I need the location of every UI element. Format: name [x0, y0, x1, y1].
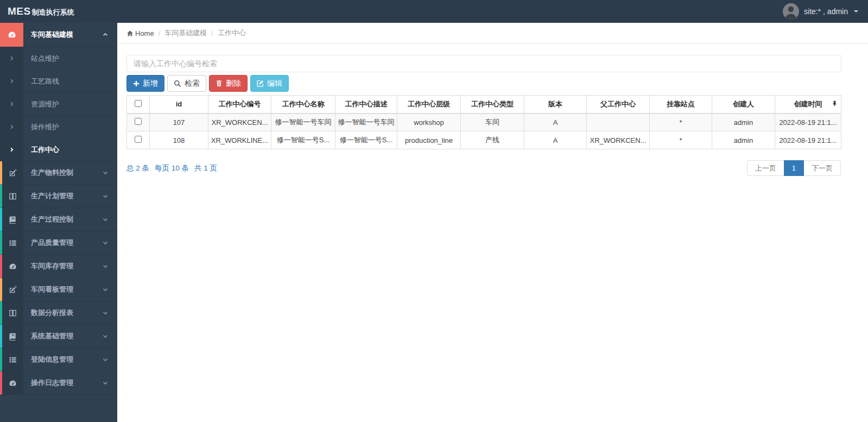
search-button[interactable]: 检索	[167, 75, 206, 92]
breadcrumb-home[interactable]: Home	[126, 29, 154, 37]
chevron-right-icon	[0, 116, 23, 138]
sidebar-item-data-analysis-reports[interactable]: 数据分析报表	[0, 301, 117, 325]
sidebar-item-production-material-control[interactable]: 生产物料控制	[0, 161, 117, 185]
breadcrumb-current: 工作中心	[218, 28, 246, 38]
pagination: 上一页 1 下一页	[747, 160, 841, 176]
sidebar-item-workshop-kanban-management[interactable]: 车间看板管理	[0, 278, 117, 301]
sidebar-item-operation-maintenance[interactable]: 操作维护	[0, 116, 117, 138]
col-creator: 创建人	[712, 96, 775, 114]
breadcrumb-home-label[interactable]: Home	[135, 29, 154, 37]
prev-page-button[interactable]: 上一页	[747, 160, 784, 176]
plus-icon	[133, 80, 140, 87]
sidebar-item-label: 工艺路线	[23, 70, 117, 92]
sidebar-item-resource-maintenance[interactable]: 资源维护	[0, 93, 117, 116]
chevron-right-icon	[0, 47, 23, 70]
list-icon	[2, 348, 23, 371]
edit-icon	[2, 278, 23, 301]
col-work-center-name: 工作中心名称	[271, 96, 335, 114]
chevron-down-icon	[102, 185, 117, 207]
cell-level: workshop	[397, 114, 461, 131]
row-select-checkbox[interactable]	[135, 118, 142, 125]
col-parent-work-center: 父工作中心	[587, 96, 650, 114]
sidebar-item-workshop-inventory-management[interactable]: 车间库存管理	[0, 255, 117, 278]
page-size-selector[interactable]: 每页 10 条	[155, 163, 189, 173]
page-count-label: 共 1 页	[194, 163, 217, 173]
cell-id: 107	[150, 114, 208, 131]
edit-icon	[2, 161, 23, 184]
sidebar-item-work-center[interactable]: 工作中心	[0, 138, 117, 161]
pin-icon[interactable]	[832, 100, 837, 108]
row-select-checkbox[interactable]	[135, 136, 142, 143]
delete-button[interactable]: 删除	[209, 75, 248, 92]
cell-version: A	[524, 114, 587, 131]
user-label[interactable]: site:* , admin	[804, 7, 848, 16]
cell-parent: XR_WORKCEN...	[587, 131, 650, 149]
select-all-cell	[127, 96, 150, 114]
sidebar-item-label: 操作日志管理	[23, 371, 102, 394]
chevron-down-icon	[102, 208, 117, 231]
sidebar-item-process-route[interactable]: 工艺路线	[0, 70, 117, 93]
top-navbar: MES 制造执行系统 site:* , admin	[0, 0, 868, 23]
select-all-checkbox[interactable]	[135, 100, 142, 107]
avatar[interactable]	[783, 3, 799, 20]
app-logo-subtitle: 制造执行系统	[32, 8, 74, 17]
cell-desc: 修一智能一号S...	[335, 131, 397, 149]
sidebar-item-label: 数据分析报表	[23, 301, 102, 324]
search-input[interactable]	[126, 55, 841, 72]
sidebar-item-label: 资源维护	[23, 93, 117, 115]
sidebar-item-label: 站点维护	[23, 47, 117, 70]
chevron-up-icon	[102, 23, 117, 47]
sidebar-item-login-info-management[interactable]: 登陆信息管理	[0, 348, 117, 371]
cell-code: XR_WORKLINE...	[208, 131, 271, 149]
cell-creator: admin	[712, 131, 775, 149]
add-button[interactable]: 新增	[126, 75, 164, 92]
cell-name: 修一智能一号S...	[271, 131, 335, 149]
user-menu[interactable]: site:* , admin	[783, 3, 868, 20]
dashboard-icon	[2, 255, 23, 278]
col-version: 版本	[524, 96, 587, 114]
breadcrumb-separator: /	[211, 29, 213, 37]
sidebar-item-production-process-control[interactable]: 生产过程控制	[0, 208, 117, 231]
sidebar-item-site-maintenance[interactable]: 站点维护	[0, 47, 117, 70]
col-id: id	[150, 96, 208, 114]
sidebar-item-production-plan-management[interactable]: 生产计划管理	[0, 185, 117, 208]
edit-button[interactable]: 编辑	[250, 75, 289, 92]
list-icon	[2, 231, 23, 254]
chevron-down-icon	[102, 231, 117, 254]
work-center-table: id 工作中心编号 工作中心名称 工作中心描述 工作中心层级 工作中心类型 版本…	[126, 95, 841, 149]
cell-site: *	[650, 131, 712, 149]
chevron-right-icon	[0, 138, 23, 161]
cell-level: production_line	[397, 131, 461, 149]
sidebar-item-operation-log-management[interactable]: 操作日志管理	[0, 371, 117, 395]
next-page-button[interactable]: 下一页	[803, 160, 841, 176]
chevron-down-icon	[102, 278, 117, 301]
col-work-center-code: 工作中心编号	[208, 96, 271, 114]
page-1-button[interactable]: 1	[784, 160, 804, 176]
sidebar-item-product-quality-management[interactable]: 产品质量管理	[0, 231, 117, 255]
sidebar-item-label: 工作中心	[23, 138, 117, 161]
sidebar-item-workshop-basic-modeling[interactable]: 车间基础建模	[0, 23, 117, 47]
table-row[interactable]: 107 XR_WORKCEN... 修一智能一号车间 修一智能一号车间 work…	[127, 114, 841, 131]
toolbar: 新增 检索 删除 编辑	[126, 75, 841, 92]
cell-name: 修一智能一号车间	[271, 114, 335, 131]
search-icon	[174, 80, 181, 87]
sidebar-item-label: 产品质量管理	[23, 231, 102, 254]
sidebar-item-label: 生产过程控制	[23, 208, 102, 231]
table-row[interactable]: 108 XR_WORKLINE... 修一智能一号S... 修一智能一号S...…	[127, 131, 841, 149]
sidebar-item-system-basic-management[interactable]: 系统基础管理	[0, 325, 117, 348]
sidebar: 车间基础建模 站点维护 工艺路线 资源维护 操作维护 工作中心 生产物料控制 生…	[0, 23, 117, 422]
cell-creator: admin	[712, 114, 775, 131]
breadcrumb-module[interactable]: 车间基础建模	[164, 28, 207, 38]
chevron-right-icon	[0, 70, 23, 92]
sidebar-item-label: 车间基础建模	[23, 23, 102, 47]
sidebar-item-label: 登陆信息管理	[23, 348, 102, 371]
chevron-down-icon	[102, 301, 117, 324]
columns-icon	[2, 301, 23, 324]
chevron-right-icon	[0, 93, 23, 115]
cell-id: 108	[150, 131, 208, 149]
home-icon	[126, 30, 134, 37]
chevron-down-icon	[102, 161, 117, 184]
caret-down-icon	[854, 10, 858, 12]
app-logo-mes: MES	[8, 5, 31, 17]
book-icon	[2, 325, 23, 348]
